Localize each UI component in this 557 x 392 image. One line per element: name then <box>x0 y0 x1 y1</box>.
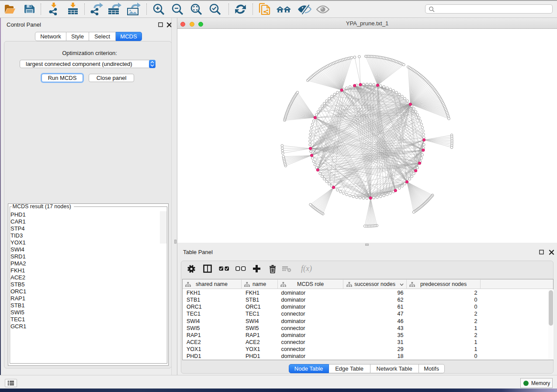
svg-text:f(x): f(x) <box>301 264 312 273</box>
